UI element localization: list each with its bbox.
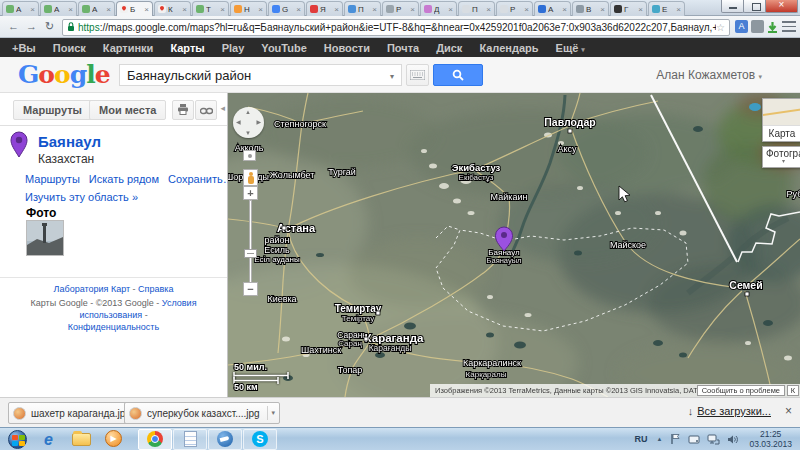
place-link-3[interactable]: Сохранить… — [168, 173, 234, 185]
bookmark-star-icon[interactable]: ☆ — [716, 22, 725, 33]
menu-icon[interactable] — [782, 21, 796, 32]
maps-lab-link[interactable]: Лаборатория Карт — [54, 284, 131, 294]
pan-up-icon[interactable]: ▲ — [245, 109, 251, 115]
pan-down-icon[interactable]: ▼ — [245, 130, 251, 136]
my-places-button[interactable]: Мои места — [89, 100, 166, 120]
browser-tab-2[interactable]: А× — [40, 1, 77, 16]
maximize-button[interactable] — [743, 0, 766, 13]
gnav-item-Поиск[interactable]: Поиск — [53, 42, 86, 54]
zoom-out-button[interactable]: − — [243, 282, 258, 296]
close-downloads-icon[interactable]: × — [785, 404, 792, 418]
browser-tab-8[interactable]: G× — [268, 1, 305, 16]
tab-close-icon[interactable]: × — [68, 5, 73, 14]
browser-tab-11[interactable]: Р× — [382, 1, 419, 16]
browser-tab-3[interactable]: А× — [78, 1, 115, 16]
browser-tab-17[interactable]: Г× — [610, 1, 647, 16]
gnav-item-Ещ[interactable]: Ещё▾ — [556, 42, 585, 54]
tab-close-icon[interactable]: × — [410, 5, 415, 14]
explore-area-link[interactable]: Изучить эту область » — [25, 191, 138, 203]
reload-button[interactable]: ↻ — [41, 18, 58, 35]
show-all-downloads-link[interactable]: Все загрузки... — [697, 405, 771, 417]
tab-close-icon[interactable]: × — [676, 5, 681, 14]
tab-close-icon[interactable]: × — [524, 5, 529, 14]
download-menu-icon[interactable]: ▾ — [272, 409, 276, 417]
gnav-item-Новости[interactable]: Новости — [324, 42, 370, 54]
collapse-panel-icon[interactable]: ◂ — [220, 103, 225, 113]
pan-control[interactable]: ▲ ▼ ◀ ▶ — [233, 107, 264, 138]
browser-tab-7[interactable]: Н× — [230, 1, 267, 16]
search-button[interactable] — [433, 64, 483, 86]
gnav-item-Карты[interactable]: Карты — [170, 42, 204, 54]
tab-close-icon[interactable]: × — [486, 5, 491, 14]
zoom-slider-handle[interactable] — [244, 249, 257, 258]
tray-expand-icon[interactable]: ▲ — [657, 436, 663, 442]
search-input[interactable] — [119, 64, 402, 86]
browser-tab-6[interactable]: Т× — [192, 1, 229, 16]
network-icon[interactable] — [707, 434, 720, 445]
browser-tab-16[interactable]: В× — [572, 1, 609, 16]
photos-layer-button[interactable]: Фотографии▾ — [762, 146, 800, 168]
tab-close-icon[interactable]: × — [182, 5, 187, 14]
download-item-2[interactable]: суперкубок казахст....jpg▾ — [124, 402, 280, 424]
account-menu[interactable]: Алан Кожахметов ▾ — [656, 68, 762, 82]
gnav-item-Почта[interactable]: Почта — [387, 42, 419, 54]
keyboard-button[interactable] — [406, 64, 429, 86]
gnav-item-Картинки[interactable]: Картинки — [103, 42, 154, 54]
browser-tab-18[interactable]: Е× — [648, 1, 685, 16]
tab-close-icon[interactable]: × — [562, 5, 567, 14]
gnav-item-Диск[interactable]: Диск — [436, 42, 462, 54]
gnav-item-Календарь[interactable]: Календарь — [479, 42, 538, 54]
gnav-item-YouTube[interactable]: YouTube — [261, 42, 306, 54]
zoom-slider-track[interactable] — [249, 200, 252, 285]
pegman-control[interactable] — [243, 169, 258, 186]
explorer-folder-icon[interactable] — [72, 430, 91, 449]
taskbar-thunderbird-button[interactable] — [208, 429, 242, 450]
gnav-item-Play[interactable]: Play — [222, 42, 245, 54]
translate-extension-icon[interactable]: A — [735, 20, 748, 33]
print-button[interactable] — [172, 100, 194, 120]
search-dropdown-icon[interactable]: ▾ — [390, 72, 394, 81]
map-layer-button[interactable]: Карта — [762, 98, 800, 142]
help-link[interactable]: Справка — [138, 284, 173, 294]
tab-close-icon[interactable]: × — [638, 5, 643, 14]
media-player-icon[interactable]: ▶ — [105, 430, 124, 449]
browser-tab-12[interactable]: Д× — [420, 1, 457, 16]
pan-right-icon[interactable]: ▶ — [256, 118, 261, 125]
language-indicator[interactable]: RU — [635, 434, 648, 444]
hdd-icon[interactable] — [688, 434, 700, 445]
tab-close-icon[interactable]: × — [448, 5, 453, 14]
tab-close-icon[interactable]: × — [30, 5, 35, 14]
close-button[interactable]: × — [765, 0, 798, 13]
download-extension-icon[interactable] — [766, 20, 779, 33]
volume-icon[interactable] — [727, 434, 738, 445]
report-problem-button[interactable]: Сообщить о проблеме — [697, 385, 785, 396]
place-link-1[interactable]: Маршруты — [25, 173, 80, 185]
browser-tab-13[interactable]: П× — [458, 1, 495, 16]
center-result-button[interactable] — [243, 150, 256, 161]
taskbar-notepad-button[interactable] — [173, 429, 207, 450]
privacy-link[interactable]: Конфиденциальность — [68, 322, 159, 332]
extension-icon[interactable] — [751, 20, 764, 33]
forward-button[interactable]: → — [23, 18, 40, 35]
action-center-flag-icon[interactable] — [670, 433, 681, 445]
tab-close-icon[interactable]: × — [258, 5, 263, 14]
browser-tab-4[interactable]: Б× — [116, 1, 153, 16]
address-bar[interactable]: https://maps.google.com/maps?hl=ru&q=Бая… — [62, 19, 730, 36]
clock[interactable]: 21:25 03.03.2013 — [749, 429, 792, 449]
browser-tab-14[interactable]: Р× — [496, 1, 533, 16]
zoom-in-button[interactable]: + — [243, 186, 258, 200]
tab-close-icon[interactable]: × — [296, 5, 301, 14]
browser-tab-1[interactable]: А× — [2, 1, 39, 16]
taskbar-skype-button[interactable]: S — [243, 429, 277, 450]
start-button[interactable] — [8, 430, 27, 449]
tab-close-icon[interactable]: × — [144, 5, 149, 14]
taskbar-chrome-button[interactable] — [138, 429, 172, 450]
internet-explorer-icon[interactable]: e — [39, 430, 58, 449]
browser-tab-5[interactable]: К× — [154, 1, 191, 16]
tab-close-icon[interactable]: × — [372, 5, 377, 14]
minimize-button[interactable] — [721, 0, 744, 13]
tab-close-icon[interactable]: × — [600, 5, 605, 14]
tab-close-icon[interactable]: × — [106, 5, 111, 14]
browser-tab-15[interactable]: А× — [534, 1, 571, 16]
back-button[interactable]: ← — [5, 18, 22, 35]
